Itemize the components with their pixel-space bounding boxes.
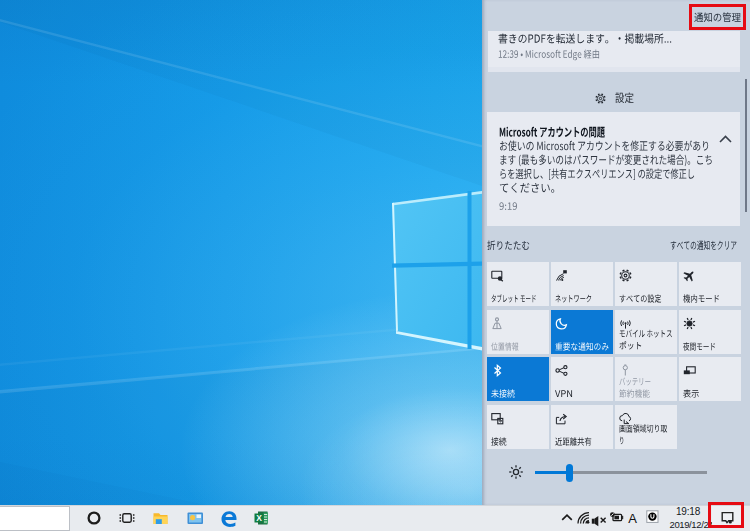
svg-text:X: X xyxy=(256,513,262,523)
svg-text:A: A xyxy=(628,511,637,526)
